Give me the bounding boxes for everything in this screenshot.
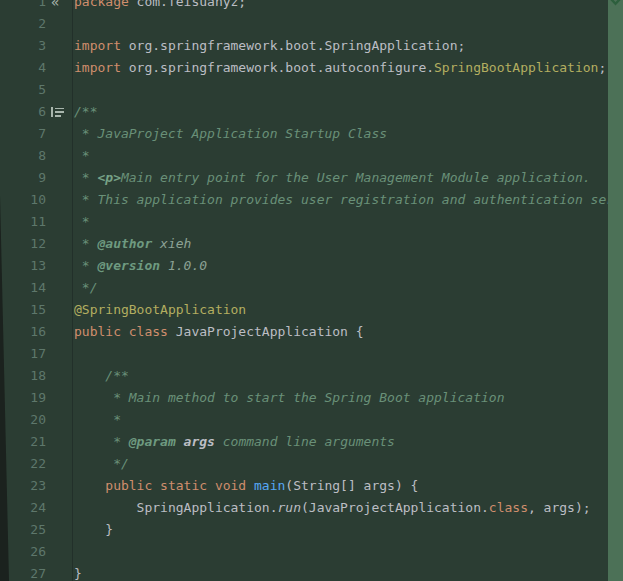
code-token: /** (74, 368, 129, 383)
line-number[interactable]: 16 (0, 321, 46, 343)
doc-render-toggle-icon[interactable] (51, 107, 66, 117)
collapse-chevrons-icon[interactable]: « (51, 0, 59, 13)
gutter-icon-slot (46, 233, 72, 255)
code-line[interactable]: * This application provides user registr… (74, 189, 608, 211)
line-number[interactable]: 19 (0, 387, 46, 409)
code-line[interactable]: package com.feisuanyz; (74, 0, 608, 13)
code-line[interactable] (74, 343, 608, 365)
line-number[interactable]: 22 (0, 453, 46, 475)
code-line[interactable]: public class JavaProjectApplication { (74, 321, 608, 343)
code-line[interactable]: */ (74, 453, 608, 475)
code-line[interactable]: import org.springframework.boot.autoconf… (74, 57, 608, 79)
gutter-line: 15 (0, 299, 72, 321)
code-area[interactable]: package com.feisuanyz;import org.springf… (74, 0, 608, 581)
gutter-icon-slot (46, 145, 72, 167)
code-token: } (74, 522, 113, 537)
code-token: * JavaProject Application Startup Class (74, 126, 387, 141)
gutter-icon-slot (46, 409, 72, 431)
gutter-icon-slot: « (46, 0, 72, 13)
code-token: Main entry point for the User Management… (121, 170, 591, 185)
line-number[interactable]: 11 (0, 211, 46, 233)
gutter-icon-slot (46, 519, 72, 541)
code-line[interactable]: * (74, 409, 608, 431)
code-token (176, 434, 184, 449)
gutter-icon-slot (46, 35, 72, 57)
code-line[interactable]: * (74, 211, 608, 233)
gutter-icon-slot (46, 79, 72, 101)
gutter-icon-slot (46, 101, 72, 123)
inspections-chevron-icon[interactable] (609, 0, 622, 8)
gutter: 1«23456789101112131415161718192021222324… (0, 0, 73, 581)
gutter-line: 5 (0, 79, 72, 101)
code-line[interactable]: @SpringBootApplication (74, 299, 608, 321)
code-token: * Main method to start the Spring Boot a… (74, 390, 504, 405)
gutter-icon-slot (46, 475, 72, 497)
line-number[interactable]: 4 (0, 57, 46, 79)
code-line[interactable]: /** (74, 101, 608, 123)
line-number[interactable]: 2 (0, 13, 46, 35)
code-token: ; (598, 60, 606, 75)
code-line[interactable]: * <p>Main entry point for the User Manag… (74, 167, 608, 189)
line-number[interactable]: 6 (0, 101, 46, 123)
line-number[interactable]: 3 (0, 35, 46, 57)
line-number[interactable]: 1 (0, 0, 46, 13)
code-line[interactable] (74, 541, 608, 563)
gutter-line: 18 (0, 365, 72, 387)
code-token: class (489, 500, 528, 515)
gutter-line: 21 (0, 431, 72, 453)
code-token: SpringApplication. (74, 500, 278, 515)
line-number[interactable]: 25 (0, 519, 46, 541)
code-line[interactable]: * @author xieh (74, 233, 608, 255)
line-number[interactable]: 26 (0, 541, 46, 563)
line-number[interactable]: 27 (0, 563, 46, 581)
code-line[interactable]: import org.springframework.boot.SpringAp… (74, 35, 608, 57)
code-token: */ (74, 456, 129, 471)
line-number[interactable]: 9 (0, 167, 46, 189)
gutter-icon-slot (46, 13, 72, 35)
gutter-icon-slot (46, 431, 72, 453)
code-line[interactable]: } (74, 563, 608, 581)
code-line[interactable]: * JavaProject Application Startup Class (74, 123, 608, 145)
code-line[interactable]: SpringApplication.run(JavaProjectApplica… (74, 497, 608, 519)
line-number[interactable]: 5 (0, 79, 46, 101)
code-token: JavaProjectApplication { (168, 324, 364, 339)
gutter-line: 27 (0, 563, 72, 581)
code-line[interactable]: * @param args command line arguments (74, 431, 608, 453)
code-token: */ (74, 280, 97, 295)
gutter-icon-slot (46, 277, 72, 299)
code-line[interactable]: /** (74, 365, 608, 387)
code-token: @author (97, 236, 152, 251)
code-line[interactable]: * Main method to start the Spring Boot a… (74, 387, 608, 409)
code-line[interactable] (74, 13, 608, 35)
gutter-line: 11 (0, 211, 72, 233)
code-token: args (184, 434, 215, 449)
code-line[interactable]: public static void main(String[] args) { (74, 475, 608, 497)
line-number[interactable]: 24 (0, 497, 46, 519)
line-number[interactable]: 15 (0, 299, 46, 321)
line-number[interactable]: 10 (0, 189, 46, 211)
gutter-line: 14 (0, 277, 72, 299)
code-line[interactable]: } (74, 519, 608, 541)
code-line[interactable]: * @version 1.0.0 (74, 255, 608, 277)
code-token: org.springframework.boot.autoconfigure. (121, 60, 434, 75)
code-line[interactable]: * (74, 145, 608, 167)
gutter-line: 7 (0, 123, 72, 145)
scrollbar[interactable] (608, 0, 623, 581)
line-number[interactable]: 7 (0, 123, 46, 145)
line-number[interactable]: 8 (0, 145, 46, 167)
line-number[interactable]: 20 (0, 409, 46, 431)
code-line[interactable] (74, 79, 608, 101)
code-line[interactable]: */ (74, 277, 608, 299)
gutter-line: 3 (0, 35, 72, 57)
gutter-line: 26 (0, 541, 72, 563)
line-number[interactable]: 17 (0, 343, 46, 365)
line-number[interactable]: 12 (0, 233, 46, 255)
line-number[interactable]: 18 (0, 365, 46, 387)
gutter-icon-slot (46, 497, 72, 519)
line-number[interactable]: 23 (0, 475, 46, 497)
code-token: SpringBootApplication (434, 60, 598, 75)
line-number[interactable]: 14 (0, 277, 46, 299)
code-token: @param (129, 434, 176, 449)
line-number[interactable]: 13 (0, 255, 46, 277)
line-number[interactable]: 21 (0, 431, 46, 453)
